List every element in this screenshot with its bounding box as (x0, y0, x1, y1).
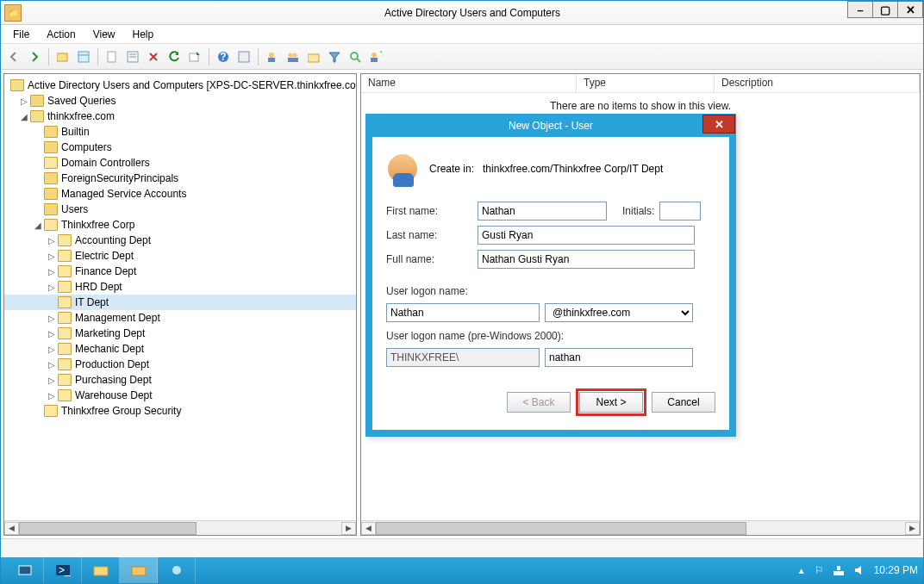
tree-dept-mech[interactable]: Mechanic Dept (75, 343, 144, 355)
tree-builtin[interactable]: Builtin (61, 126, 90, 138)
sound-icon[interactable] (853, 564, 865, 576)
expander-icon[interactable]: ◢ (32, 221, 44, 230)
clock[interactable]: 10:29 PM (874, 564, 918, 576)
back-icon[interactable] (4, 47, 23, 66)
scroll-left-icon[interactable]: ◀ (361, 522, 376, 535)
minimize-button[interactable]: – (847, 1, 873, 18)
dialog-close-button[interactable]: ✕ (702, 115, 735, 134)
col-type[interactable]: Type (577, 74, 715, 92)
new-container-icon[interactable] (53, 47, 72, 66)
scroll-right-icon[interactable]: ▶ (341, 522, 356, 535)
col-desc[interactable]: Description (715, 74, 920, 92)
new-group-icon[interactable] (284, 47, 303, 66)
tree-dept-fin[interactable]: Finance Dept (75, 265, 136, 277)
full-name-input[interactable] (478, 250, 695, 269)
cut-icon[interactable] (103, 47, 122, 66)
first-name-input[interactable] (478, 202, 607, 221)
title-bar: 📁 Active Directory Users and Computers –… (1, 1, 923, 25)
tree-domain[interactable]: thinkxfree.com (47, 110, 115, 122)
tree-dept-purch[interactable]: Purchasing Dept (75, 374, 152, 386)
folder-icon (58, 296, 72, 308)
tree-dept-it[interactable]: IT Dept (75, 296, 109, 308)
expander-icon[interactable]: ▷ (46, 283, 58, 292)
task-powershell[interactable]: >_ (44, 557, 82, 583)
tree-computers[interactable]: Computers (61, 141, 112, 153)
add-to-group-icon[interactable]: ★ (366, 47, 385, 66)
expander-icon[interactable]: ▷ (46, 236, 58, 245)
col-name[interactable]: Name (361, 74, 577, 92)
menu-file[interactable]: File (4, 27, 38, 42)
list-header: Name Type Description (361, 74, 920, 93)
find-icon[interactable] (234, 47, 253, 66)
app-window: 📁 Active Directory Users and Computers –… (0, 0, 924, 584)
expander-icon[interactable]: ▷ (46, 314, 58, 323)
folder-icon (44, 172, 58, 184)
nt-user-input[interactable] (545, 348, 693, 367)
help-icon[interactable]: ? (214, 47, 233, 66)
search-icon[interactable] (346, 47, 365, 66)
tree-users[interactable]: Users (61, 203, 88, 215)
expander-icon[interactable]: ▷ (46, 267, 58, 276)
menu-view[interactable]: View (84, 27, 124, 42)
network-icon[interactable] (833, 564, 845, 576)
tree-fsp[interactable]: ForeignSecurityPrincipals (61, 172, 178, 184)
tree-root[interactable]: Active Directory Users and Computers [XP… (28, 79, 356, 91)
initials-input[interactable] (659, 202, 701, 221)
tree-scrollbar-h[interactable]: ◀ ▶ (4, 520, 356, 535)
task-server-manager[interactable] (6, 557, 44, 583)
expander-icon[interactable]: ▷ (18, 96, 30, 106)
tree-dept-prod[interactable]: Production Dept (75, 358, 149, 370)
new-ou-icon[interactable] (304, 47, 323, 66)
menu-help[interactable]: Help (124, 27, 163, 42)
show-hide-icon[interactable] (74, 47, 93, 66)
tree-group-security[interactable]: Thinkxfree Group Security (61, 405, 181, 417)
menu-action[interactable]: Action (38, 27, 84, 42)
scroll-left-icon[interactable]: ◀ (4, 522, 19, 535)
expander-icon[interactable]: ▷ (46, 360, 58, 370)
task-misc[interactable] (158, 557, 196, 583)
expander-icon[interactable]: ▷ (46, 376, 58, 385)
new-user-icon[interactable] (263, 47, 282, 66)
svg-rect-26 (132, 567, 146, 575)
list-scrollbar-h[interactable]: ◀ ▶ (361, 520, 920, 535)
expander-icon[interactable]: ▷ (46, 345, 58, 354)
tree-dept-wh[interactable]: Warehouse Dept (75, 389, 153, 401)
refresh-icon[interactable] (165, 47, 184, 66)
tree-corp[interactable]: Thinkxfree Corp (61, 219, 134, 231)
tree-domain-controllers[interactable]: Domain Controllers (61, 157, 150, 169)
last-name-input[interactable] (478, 226, 695, 245)
task-aduc[interactable] (120, 557, 158, 583)
tray-up-icon[interactable]: ▲ (797, 566, 806, 575)
tree-dept-elec[interactable]: Electric Dept (75, 250, 134, 262)
delete-icon[interactable] (144, 47, 163, 66)
expander-icon[interactable]: ▷ (46, 329, 58, 339)
logon-name-input[interactable] (386, 303, 540, 322)
expander-icon[interactable]: ▷ (46, 252, 58, 261)
close-button[interactable]: ✕ (897, 1, 923, 18)
scroll-right-icon[interactable]: ▶ (905, 522, 920, 535)
tree-body[interactable]: ▸Active Directory Users and Computers [X… (4, 74, 356, 520)
tree-msa[interactable]: Managed Service Accounts (61, 188, 186, 200)
tree-saved-queries[interactable]: Saved Queries (47, 95, 116, 107)
svg-point-13 (289, 53, 293, 57)
logon-domain-select[interactable]: @thinkxfree.com (545, 303, 693, 322)
tree-dept-mgmt[interactable]: Management Dept (75, 312, 160, 324)
properties-list-icon[interactable] (123, 47, 142, 66)
maximize-button[interactable]: ▢ (872, 1, 898, 18)
svg-point-14 (293, 53, 297, 57)
tree-dept-acct[interactable]: Accounting Dept (75, 234, 151, 246)
tree-dept-hrd[interactable]: HRD Dept (75, 281, 122, 293)
task-explorer[interactable] (82, 557, 120, 583)
flag-icon[interactable]: ⚐ (815, 564, 824, 576)
forward-icon[interactable] (25, 47, 44, 66)
expander-icon[interactable]: ▷ (46, 391, 58, 401)
next-button[interactable]: Next > (579, 392, 643, 413)
back-button[interactable]: < Back (507, 392, 571, 413)
export-icon[interactable] (185, 47, 204, 66)
tree-dept-mkt[interactable]: Marketing Dept (75, 327, 145, 339)
expander-icon[interactable]: ◢ (18, 112, 30, 121)
filter-icon[interactable] (325, 47, 344, 66)
cancel-button[interactable]: Cancel (652, 392, 715, 413)
dialog-title-bar[interactable]: New Object - User ✕ (366, 115, 735, 137)
svg-rect-16 (308, 54, 319, 62)
